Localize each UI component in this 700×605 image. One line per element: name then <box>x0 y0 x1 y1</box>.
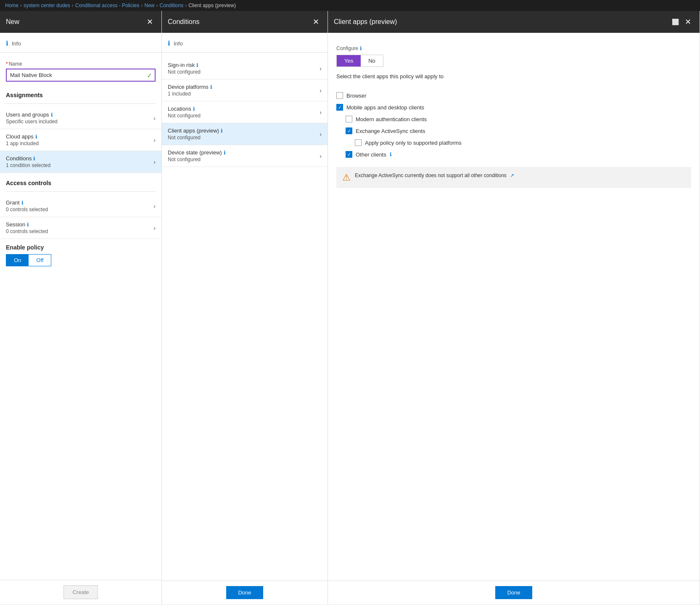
panel-conditions-title: Conditions <box>168 18 200 26</box>
checkbox-exchange-as-box[interactable] <box>346 127 352 134</box>
deviceplat-info-icon: ℹ <box>210 84 212 90</box>
breadcrumb: Home › system center dudes › Conditional… <box>0 0 700 11</box>
access-heading: Access controls <box>0 176 161 188</box>
warning-text: Exchange ActiveSync currently does not s… <box>355 172 507 178</box>
panel-conditions-header: Conditions ✕ <box>162 11 328 33</box>
panel-right-body: Configure ℹ Yes No Select the client app… <box>328 33 700 581</box>
checkbox-exchange-as[interactable]: Exchange ActiveSync clients <box>336 125 691 137</box>
grant-info-icon: ℹ <box>21 200 24 206</box>
signin-chevron-icon: › <box>320 65 322 72</box>
conditions-chevron-icon: › <box>153 159 156 165</box>
panel-new-close[interactable]: ✕ <box>144 17 156 27</box>
enable-heading: Enable policy <box>6 244 156 251</box>
other-clients-info-icon: ℹ <box>390 151 392 157</box>
devicestate-chevron-icon: › <box>320 153 322 159</box>
breadcrumb-home[interactable]: Home <box>5 3 18 8</box>
nav-cloud-apps[interactable]: Cloud apps ℹ 1 app included › <box>0 129 161 151</box>
devicestate-info-icon: ℹ <box>224 150 226 156</box>
panel-client-apps: Client apps (preview) ⬜ ✕ Configure ℹ Ye… <box>328 11 700 604</box>
enable-section: Enable policy On Off <box>0 239 161 271</box>
checkbox-mobile-desktop-label: Mobile apps and desktop clients <box>346 104 424 111</box>
info-label-mid: Info <box>174 40 183 47</box>
users-chevron-icon: › <box>153 115 156 122</box>
checkbox-browser-box[interactable] <box>336 92 343 99</box>
panel-new: New ✕ ℹ Info * Name ✓ Assignments <box>0 11 162 604</box>
panel-conditions: Conditions ✕ ℹ Info Sign-in risk ℹ Not c… <box>162 11 328 604</box>
required-star: * <box>6 61 8 67</box>
name-input-wrapper: ✓ <box>6 69 156 82</box>
panel-right-close[interactable]: ✕ <box>682 17 694 27</box>
panel-right-resize[interactable]: ⬜ <box>669 18 682 26</box>
panel-new-title: New <box>6 18 19 26</box>
warning-box: ⚠ Exchange ActiveSync currently does not… <box>336 167 691 188</box>
checkbox-apply-policy-label: Apply policy only to supported platforms <box>365 140 462 146</box>
session-info-icon: ℹ <box>27 222 29 228</box>
nav-grant[interactable]: Grant ℹ 0 controls selected › <box>0 195 161 217</box>
configure-label: Configure ℹ <box>336 45 691 51</box>
info-icon-left: ℹ <box>6 40 8 47</box>
panel-new-header: New ✕ <box>0 11 161 33</box>
info-section-left: ℹ Info <box>0 40 161 53</box>
breadcrumb-current: Client apps (preview) <box>188 3 236 8</box>
create-button[interactable]: Create <box>63 585 98 599</box>
no-button[interactable]: No <box>361 55 383 66</box>
toggle-on-btn[interactable]: On <box>6 255 29 266</box>
panel-right-title: Client apps (preview) <box>334 18 397 26</box>
warning-link[interactable]: ↗ <box>510 172 514 178</box>
nav-conditions[interactable]: Conditions ℹ 1 condition selected › <box>0 151 161 173</box>
nav-users-groups[interactable]: Users and groups ℹ Specific users includ… <box>0 107 161 129</box>
conditions-info-icon: ℹ <box>33 156 35 162</box>
conditions-done-button[interactable]: Done <box>226 586 263 599</box>
name-label: * Name <box>6 61 156 67</box>
cloudapps-chevron-icon: › <box>153 137 156 143</box>
checkbox-modern-auth-box[interactable] <box>346 116 352 122</box>
name-check-icon: ✓ <box>147 71 152 79</box>
assignments-divider <box>6 103 156 104</box>
checkbox-other-clients[interactable]: Other clients ℹ <box>336 149 691 160</box>
checkbox-mobile-desktop[interactable]: Mobile apps and desktop clients <box>336 101 691 113</box>
signin-info-icon: ℹ <box>196 62 198 68</box>
access-divider <box>6 191 156 192</box>
panel-mid-footer: Done <box>162 581 328 604</box>
breadcrumb-ca[interactable]: Conditional access - Policies <box>75 3 140 8</box>
nav-locations[interactable]: Locations ℹ Not configured › <box>162 101 328 123</box>
panel-new-body: ℹ Info * Name ✓ Assignments Users and g <box>0 33 161 580</box>
breadcrumb-scd[interactable]: system center dudes <box>24 3 70 8</box>
panel-left-footer: Create <box>0 580 161 604</box>
client-apps-done-button[interactable]: Done <box>495 586 532 599</box>
checkboxes-section: Browser Mobile apps and desktop clients … <box>328 90 700 160</box>
deviceplat-chevron-icon: › <box>320 87 322 94</box>
checkbox-other-clients-box[interactable] <box>346 151 352 158</box>
breadcrumb-conditions[interactable]: Conditions <box>160 3 184 8</box>
users-info-icon: ℹ <box>51 112 53 118</box>
checkbox-mobile-desktop-box[interactable] <box>336 104 343 111</box>
panel-conditions-close[interactable]: ✕ <box>310 17 322 27</box>
name-input[interactable] <box>6 69 156 82</box>
checkbox-apply-policy[interactable]: Apply policy only to supported platforms <box>336 137 691 149</box>
locations-info-icon: ℹ <box>193 106 195 112</box>
info-label-left: Info <box>12 40 21 47</box>
checkbox-apply-policy-box[interactable] <box>355 139 362 146</box>
panel-right-header: Client apps (preview) ⬜ ✕ <box>328 11 700 33</box>
clientapps-chevron-icon: › <box>320 131 322 138</box>
breadcrumb-new[interactable]: New <box>144 3 154 8</box>
checkbox-modern-auth[interactable]: Modern authentication clients <box>336 113 691 125</box>
nav-client-apps[interactable]: Client apps (preview) ℹ Not configured › <box>162 123 328 145</box>
nav-device-platforms[interactable]: Device platforms ℹ 1 included › <box>162 80 328 101</box>
checkbox-other-clients-label: Other clients <box>356 151 386 158</box>
checkbox-browser[interactable]: Browser <box>336 90 691 101</box>
enable-toggle-group[interactable]: On Off <box>6 254 51 266</box>
yes-button[interactable]: Yes <box>337 55 361 66</box>
clientapps-info-icon: ℹ <box>221 128 223 134</box>
toggle-off-btn[interactable]: Off <box>29 255 51 266</box>
nav-device-state[interactable]: Device state (preview) ℹ Not configured … <box>162 145 328 167</box>
panel-right-footer: Done <box>328 581 700 604</box>
cloudapps-info-icon: ℹ <box>35 134 37 140</box>
yes-no-toggle[interactable]: Yes No <box>336 55 383 67</box>
checkbox-browser-label: Browser <box>346 93 367 99</box>
info-icon-mid: ℹ <box>168 40 170 47</box>
info-section-mid: ℹ Info <box>162 40 328 53</box>
select-description: Select the client apps this policy will … <box>336 73 691 80</box>
nav-sign-in-risk[interactable]: Sign-in risk ℹ Not configured › <box>162 58 328 80</box>
nav-session[interactable]: Session ℹ 0 controls selected › <box>0 217 161 239</box>
